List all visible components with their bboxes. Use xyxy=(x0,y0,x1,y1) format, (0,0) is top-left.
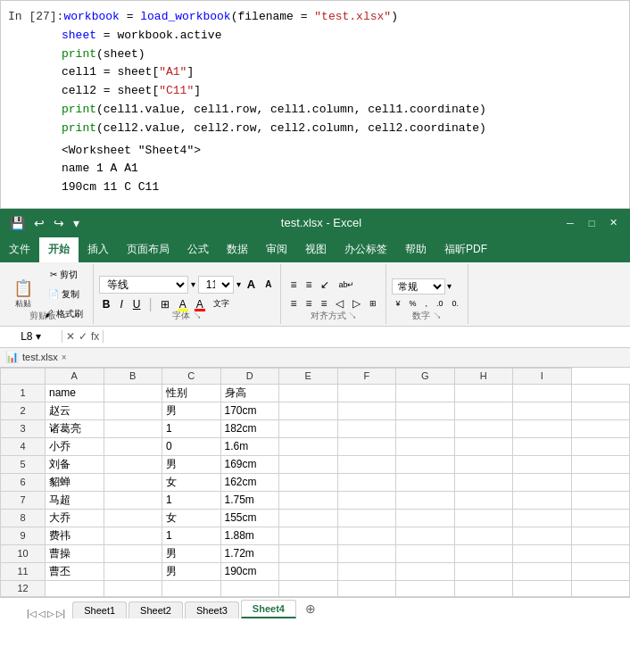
number-format-select[interactable]: 常规 xyxy=(392,278,445,295)
row-header-6[interactable]: 6 xyxy=(1,473,46,491)
cell[interactable] xyxy=(513,473,572,491)
currency-button[interactable]: ¥ xyxy=(392,297,403,310)
file-tab-close-button[interactable]: × xyxy=(62,353,67,362)
cell[interactable] xyxy=(571,402,630,419)
cell[interactable] xyxy=(396,580,455,596)
row-header-5[interactable]: 5 xyxy=(1,455,46,473)
confirm-formula-icon[interactable]: ✓ xyxy=(79,330,87,343)
menu-data[interactable]: 数据 xyxy=(218,237,257,262)
cell[interactable]: 马超 xyxy=(46,491,104,509)
row-header-11[interactable]: 11 xyxy=(1,562,46,580)
menu-officetab[interactable]: 办公标签 xyxy=(336,237,396,262)
copy-button[interactable]: 📄 复制 xyxy=(40,286,87,303)
sheet-nav-next[interactable]: ▷ xyxy=(47,609,54,618)
col-header-D[interactable]: D xyxy=(220,368,279,384)
font-increase-button[interactable]: A xyxy=(244,276,259,293)
cell[interactable] xyxy=(104,437,162,455)
cell[interactable] xyxy=(279,419,338,437)
cell[interactable] xyxy=(279,580,338,596)
row-header-7[interactable]: 7 xyxy=(1,491,46,509)
cell[interactable]: 162cm xyxy=(220,473,279,491)
menu-insert[interactable]: 插入 xyxy=(79,237,118,262)
cell[interactable] xyxy=(454,527,513,544)
cell[interactable] xyxy=(104,455,162,473)
menu-file[interactable]: 文件 xyxy=(0,237,39,262)
cell[interactable]: 赵云 xyxy=(46,402,104,419)
cell[interactable]: name xyxy=(46,384,104,402)
row-header-12[interactable]: 12 xyxy=(1,580,46,596)
cell[interactable] xyxy=(104,509,162,527)
cell[interactable] xyxy=(104,527,162,544)
menu-review[interactable]: 审阅 xyxy=(257,237,296,262)
cell[interactable] xyxy=(454,580,513,596)
cell[interactable] xyxy=(513,562,572,580)
cell[interactable] xyxy=(46,580,104,596)
cell[interactable] xyxy=(454,455,513,473)
cell[interactable]: 男 xyxy=(162,455,221,473)
sheet-tab-sheet3[interactable]: Sheet3 xyxy=(185,601,239,618)
cell[interactable]: 0 xyxy=(162,437,221,455)
cell[interactable] xyxy=(571,455,630,473)
cell[interactable] xyxy=(454,419,513,437)
col-header-B[interactable]: B xyxy=(104,368,162,384)
cell[interactable] xyxy=(571,473,630,491)
cell[interactable] xyxy=(104,419,162,437)
align-middle-button[interactable]: ≡ xyxy=(302,277,315,293)
row-header-8[interactable]: 8 xyxy=(1,509,46,527)
cell[interactable] xyxy=(337,437,396,455)
cell[interactable]: 身高 xyxy=(220,384,279,402)
cell[interactable]: 诸葛亮 xyxy=(46,419,104,437)
sheet-nav-last[interactable]: ▷| xyxy=(56,609,66,618)
cell[interactable] xyxy=(396,402,455,419)
sheet-tab-sheet4[interactable]: Sheet4 xyxy=(241,600,296,618)
cell[interactable] xyxy=(454,562,513,580)
cell[interactable] xyxy=(104,402,162,419)
cell[interactable] xyxy=(396,491,455,509)
cell[interactable] xyxy=(337,527,396,544)
cell[interactable] xyxy=(513,437,572,455)
cell[interactable] xyxy=(162,580,221,596)
cell[interactable]: 182cm xyxy=(220,419,279,437)
cell-ref-arrow[interactable]: ▾ xyxy=(36,330,41,343)
cancel-formula-icon[interactable]: ✕ xyxy=(66,330,75,343)
col-header-G[interactable]: G xyxy=(396,368,455,384)
decimal-decrease-button[interactable]: 0. xyxy=(449,297,463,310)
menu-formulas[interactable]: 公式 xyxy=(178,237,218,262)
minimize-button[interactable]: ─ xyxy=(560,213,580,233)
cell[interactable] xyxy=(513,509,572,527)
cell[interactable] xyxy=(279,509,338,527)
cell[interactable]: 刘备 xyxy=(46,455,104,473)
cell[interactable] xyxy=(454,402,513,419)
font-size-select[interactable]: 11 xyxy=(198,276,234,294)
align-top-button[interactable]: ≡ xyxy=(286,277,300,293)
cell[interactable]: 小乔 xyxy=(46,437,104,455)
row-header-10[interactable]: 10 xyxy=(1,544,46,562)
wrap-text-button[interactable]: ab↵ xyxy=(335,277,358,293)
maximize-button[interactable]: □ xyxy=(582,213,601,233)
cell[interactable] xyxy=(513,402,572,419)
cell[interactable]: 男 xyxy=(162,402,221,419)
cell[interactable] xyxy=(513,544,572,562)
cell[interactable] xyxy=(279,402,338,419)
cell[interactable] xyxy=(454,491,513,509)
cell[interactable]: 1 xyxy=(162,491,221,509)
close-button[interactable]: ✕ xyxy=(603,213,623,233)
cell[interactable] xyxy=(571,437,630,455)
cell[interactable] xyxy=(513,580,572,596)
menu-pagelayout[interactable]: 页面布局 xyxy=(118,237,178,262)
cell[interactable]: 男 xyxy=(162,562,221,580)
cell[interactable] xyxy=(513,384,572,402)
cell[interactable] xyxy=(396,544,455,562)
cell[interactable] xyxy=(337,384,396,402)
cell[interactable] xyxy=(571,527,630,544)
cell[interactable] xyxy=(396,455,455,473)
cell[interactable]: 1.88m xyxy=(220,527,279,544)
cell[interactable] xyxy=(337,580,396,596)
cell[interactable] xyxy=(454,509,513,527)
cell[interactable]: 190cm xyxy=(220,562,279,580)
insert-function-icon[interactable]: fx xyxy=(91,330,99,343)
cell[interactable] xyxy=(396,437,455,455)
cell[interactable]: 性别 xyxy=(162,384,221,402)
cell[interactable] xyxy=(571,509,630,527)
cell[interactable]: 1 xyxy=(162,419,221,437)
